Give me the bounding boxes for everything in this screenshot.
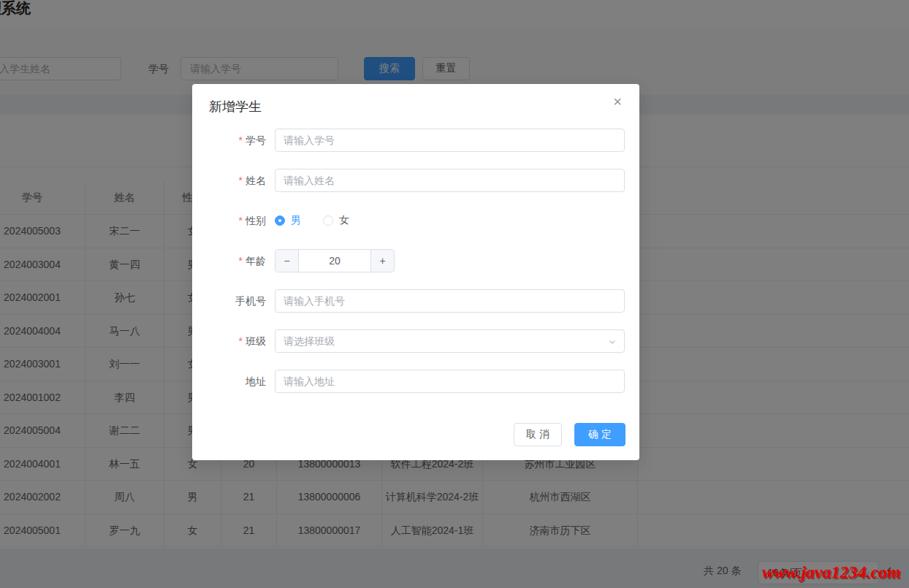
age-label: *年龄 [192, 249, 266, 272]
confirm-button[interactable]: 确 定 [574, 423, 625, 446]
close-icon[interactable]: × [609, 93, 626, 110]
form-row-phone: 手机号 [192, 289, 639, 313]
age-stepper: − 20 + [275, 249, 395, 272]
radio-selected-icon [275, 215, 285, 226]
sid-label: *学号 [192, 129, 266, 152]
screen: 学生管理系统 学号 搜索 重置 学号姓名性别年龄手机号班级地址202400500… [0, 0, 909, 588]
name-label: *姓名 [192, 169, 266, 192]
gender-radio-group: 男 女 [275, 209, 349, 232]
required-asterisk: * [239, 215, 243, 226]
age-value[interactable]: 20 [299, 250, 370, 272]
phone-input[interactable] [275, 289, 625, 313]
chevron-down-icon [608, 337, 617, 346]
form-row-class: *班级 请选择班级 [192, 329, 639, 353]
name-input[interactable] [275, 169, 625, 192]
sid-input[interactable] [275, 129, 625, 152]
required-asterisk: * [239, 335, 243, 347]
form-row-age: *年龄 − 20 + [192, 249, 639, 272]
cancel-button[interactable]: 取 消 [514, 423, 562, 446]
increase-button[interactable]: + [370, 250, 394, 272]
gender-radio-female[interactable]: 女 [323, 214, 349, 227]
gender-radio-male[interactable]: 男 [275, 214, 301, 227]
dialog-footer: 取 消 确 定 [192, 423, 639, 446]
phone-label: 手机号 [192, 289, 266, 313]
address-input[interactable] [275, 370, 625, 393]
address-label: 地址 [192, 370, 266, 393]
form-row-gender: *性别 男 女 [192, 209, 639, 232]
class-label: *班级 [192, 329, 266, 353]
radio-unselected-icon [323, 215, 333, 226]
add-student-dialog: 新增学生 × *学号 *姓名 *性别 男 女 *年龄 [192, 84, 639, 460]
dialog-title: 新增学生 [209, 98, 262, 115]
required-asterisk: * [239, 255, 243, 267]
gender-label: *性别 [192, 209, 266, 232]
class-select-placeholder: 请选择班级 [284, 335, 335, 347]
required-asterisk: * [239, 134, 243, 146]
required-asterisk: * [239, 175, 243, 186]
form-row-name: *姓名 [192, 169, 639, 192]
form-row-address: 地址 [192, 370, 639, 393]
watermark-text: www.java1234.com [762, 562, 901, 582]
decrease-button[interactable]: − [275, 250, 299, 272]
class-select[interactable]: 请选择班级 [275, 329, 625, 353]
form-row-sid: *学号 [192, 129, 639, 152]
